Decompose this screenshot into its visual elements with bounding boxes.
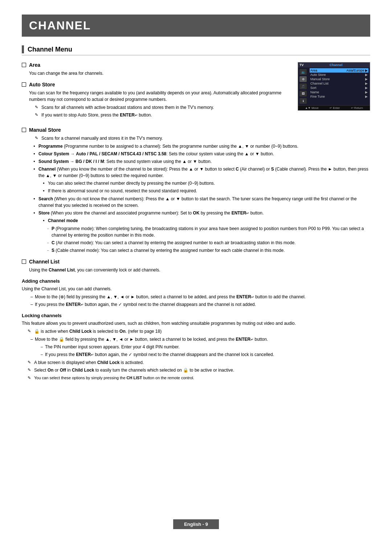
locking-channels-final: You can select these options by simply p…: [22, 375, 370, 381]
bullet-item-channel: Channel (When you know the number of the…: [35, 166, 370, 194]
adding-channels-body: Using the Channel List, you can add chan…: [22, 286, 370, 292]
page-wrapper: CHANNEL Channel Menu Area You can change…: [0, 0, 392, 540]
tv-menu-header: TV Channel: [298, 62, 370, 68]
tv-item-arrow: ▶: [365, 90, 368, 94]
note-item: Scans for all channels with active broad…: [35, 104, 290, 111]
auto-store-title-row: Auto Store: [22, 82, 290, 87]
tv-menu-footer: ▲▼ Move ↵ Enter ↩ Return: [298, 105, 370, 110]
channel-list-body: Using the Channel List, you can convenie…: [29, 267, 370, 273]
adding-channels-dashes: Move to the (⊕) field by pressing the ▲,…: [22, 294, 370, 308]
area-checkbox: [22, 63, 26, 67]
dash-item-s: S (Cable channel mode): You can select a…: [47, 247, 370, 254]
manual-store-subsection: Manual Store Scans for a channel manuall…: [22, 127, 370, 254]
tv-item-label: Sort: [310, 86, 317, 90]
tv-menu-items-list: Area Asia/Europe ▶ Auto Store ▶ Manual S…: [308, 68, 370, 105]
tv-menu-image: TV Channel 📺 ⚙ 🎵 🖼 ℹ Area: [298, 62, 370, 123]
tv-item-arrow: ▶: [365, 95, 368, 98]
bullet-item-colour: Colour System → Auto / PAL / SECAM / NTS…: [35, 151, 370, 157]
tv-item-label: Auto Store: [310, 73, 326, 77]
locking-channels-title: Locking channels: [22, 313, 370, 318]
channel-mode-dashes: P (Programme mode): When completing tuni…: [38, 225, 370, 254]
channel-title-banner: CHANNEL: [22, 15, 370, 37]
area-body: You can change the area for channels.: [29, 70, 290, 77]
locking-channels-body: This feature allows you to prevent unaut…: [22, 320, 370, 327]
manual-store-heading: Manual Store: [29, 127, 61, 133]
tv-menu-item-channellist: Channel List ▶: [310, 81, 368, 86]
auto-store-heading: Auto Store: [29, 82, 55, 87]
footer-enter: ↵ Enter: [330, 106, 340, 110]
tv-menu-item-area: Area Asia/Europe ▶: [310, 68, 368, 73]
tv-item-label: Channel List: [310, 82, 328, 85]
auto-store-body: You can scan for the frequency ranges av…: [29, 90, 290, 103]
tv-menu-item-finetune: Fine Tune ▶: [310, 94, 368, 99]
dash-item: Move to the 🔒 field by pressing the ▲, ▼…: [30, 336, 370, 358]
tv-menu-item-sort: Sort ▶: [310, 86, 368, 90]
manual-store-title-row: Manual Store: [22, 127, 370, 133]
footer-text: English - 9: [184, 521, 208, 527]
manual-store-checkbox: [22, 128, 26, 132]
bullet-item-search: Search (When you do not know the channel…: [35, 196, 370, 209]
channel-list-subsection: Channel List Using the Channel List, you…: [22, 259, 370, 273]
section-heading: Channel Menu: [22, 45, 370, 56]
area-heading: Area: [29, 62, 40, 68]
tv-menu-sidebar: 📺 ⚙ 🎵 🖼 ℹ: [298, 68, 308, 105]
locking-channels-dashes: Move to the 🔒 field by pressing the ▲, ▼…: [22, 336, 370, 358]
bullet-item-sound: Sound System → BG / DK / I / M: Sets the…: [35, 158, 370, 165]
locking-channels-note1: 🔒 is active when Child Lock is selected …: [22, 328, 370, 335]
tv-menu-item-autostore: Auto Store ▶: [310, 73, 368, 77]
main-content-top: Area You can change the area for channel…: [22, 62, 290, 123]
tv-item-arrow: ▶: [365, 73, 368, 77]
adding-channels-title: Adding channels: [22, 278, 370, 284]
note-item: The PIN number input screen appears. Ent…: [41, 344, 370, 350]
tv-item-arrow: ▶: [365, 77, 368, 81]
tv-sidebar-icon-5: ℹ: [299, 98, 307, 104]
bullet-item-programme: Programme (Programme number to be assign…: [35, 143, 370, 150]
section-heading-bar: [22, 45, 24, 53]
note-item: If you want to stop Auto Store, press th…: [35, 112, 290, 118]
note-item: Scans for a channel manually and stores …: [35, 135, 370, 142]
tv-item-arrow: ▶: [365, 86, 368, 90]
area-subsection: Area You can change the area for channel…: [22, 62, 290, 77]
footer-bar: English - 9: [173, 519, 219, 529]
bullet-item-store: Store (When you store the channel and as…: [35, 210, 370, 254]
note-item: You can select these options by simply p…: [28, 375, 370, 381]
dash-item-p: P (Programme mode): When completing tuni…: [47, 225, 370, 238]
locking-sub-notes: The PIN number input screen appears. Ent…: [35, 344, 370, 358]
tv-item-label: Manual Store: [310, 77, 330, 81]
channel-list-heading: Channel List: [29, 259, 60, 265]
channel-menu-label: Channel: [330, 63, 343, 67]
tv-sidebar-icon-2: ⚙: [299, 76, 307, 82]
tv-menu-body: 📺 ⚙ 🎵 🖼 ℹ Area Asia/Europe ▶ Auto Store: [298, 68, 370, 105]
note-item: You can also select the channel number d…: [44, 180, 370, 187]
manual-store-notes: Scans for a channel manually and stores …: [29, 135, 370, 142]
area-title-row: Area: [22, 62, 290, 68]
dash-item-c: C (Air channel mode): You can select a c…: [47, 240, 370, 246]
tv-menu-mockup: TV Channel 📺 ⚙ 🎵 🖼 ℹ Area: [298, 62, 370, 111]
section-title: Channel Menu: [28, 46, 72, 53]
tv-menu-item-manualstore: Manual Store ▶: [310, 77, 368, 81]
channel-sub-notes: You can also select the channel number d…: [38, 180, 370, 194]
tv-label: TV: [299, 63, 304, 67]
dash-item: Move to the (⊕) field by pressing the ▲,…: [30, 294, 370, 300]
content-with-image: Area You can change the area for channel…: [22, 62, 370, 123]
note-item: If you press the ENTER↵ button again, th…: [41, 351, 370, 358]
dash-item: If you press the ENTER↵ button again, th…: [30, 301, 370, 308]
channel-mode-label: Channel mode: [44, 217, 370, 224]
note-item: 🔒 is active when Child Lock is selected …: [28, 328, 370, 335]
tv-item-value: Asia/Europe ▶: [346, 69, 368, 72]
channel-mode-note: Channel mode: [38, 217, 370, 224]
tv-item-label: Fine Tune: [310, 95, 325, 98]
tv-item-label: Area: [310, 69, 317, 72]
manual-store-bullets: Programme (Programme number to be assign…: [29, 143, 370, 254]
auto-store-subsection: Auto Store You can scan for the frequenc…: [22, 82, 290, 118]
locking-channels-subsection: Locking channels This feature allows you…: [22, 313, 370, 381]
tv-item-label: Name: [310, 90, 319, 94]
tv-sidebar-icon-1: 📺: [299, 69, 307, 75]
tv-sidebar-icon-3: 🎵: [299, 83, 307, 89]
auto-store-notes: Scans for all channels with active broad…: [29, 104, 290, 118]
note-item: Select On or Off in Child Lock to easily…: [28, 367, 370, 373]
footer-return: ↩ Return: [351, 106, 363, 110]
note-item: A blue screen is displayed when Child Lo…: [28, 359, 370, 366]
tv-menu-item-name: Name ▶: [310, 90, 368, 94]
locking-channels-more-notes: A blue screen is displayed when Child Lo…: [22, 359, 370, 373]
